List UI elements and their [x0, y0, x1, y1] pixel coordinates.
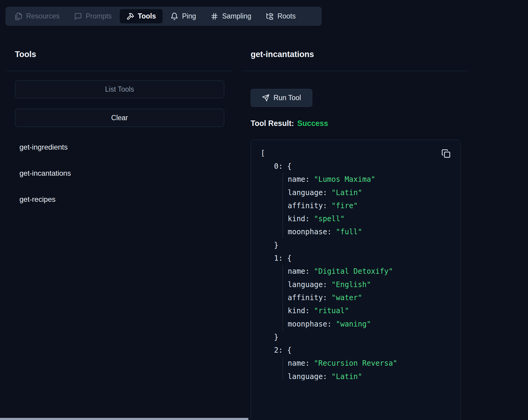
- json-item: 2: { name:"Recursion Reversa" language:"…: [261, 344, 451, 380]
- json-key: name:: [288, 175, 310, 184]
- tools-divider: [6, 71, 233, 71]
- json-value: "water": [331, 293, 362, 302]
- json-field: kind:"spell": [288, 212, 451, 225]
- json-value: "Lumos Maxima": [314, 175, 375, 184]
- folder-tree-icon: [266, 12, 274, 20]
- json-value: "spell": [314, 215, 345, 223]
- json-result-panel: [ 0: { name:"Lumos Maxima" language:"Lat…: [251, 140, 461, 420]
- json-value: "Recursion Reversa": [314, 359, 397, 368]
- tool-item-get-ingredients[interactable]: get-ingredients: [15, 138, 224, 156]
- tab-roots[interactable]: Roots: [259, 9, 302, 23]
- json-key: name:: [288, 267, 310, 276]
- json-item-head: 0: {: [274, 160, 451, 173]
- tab-ping[interactable]: Ping: [164, 9, 203, 23]
- json-field: moonphase:"full": [288, 225, 451, 239]
- json-item-close: }: [274, 330, 451, 344]
- tab-label: Ping: [182, 12, 196, 20]
- json-item-close: }: [274, 239, 451, 252]
- json-open-bracket: [: [261, 147, 451, 160]
- tools-list: get-ingredients get-incantations get-rec…: [15, 138, 224, 208]
- json-field: name:"Recursion Reversa": [288, 357, 451, 370]
- tab-label: Roots: [277, 12, 296, 20]
- json-key: affinity:: [288, 293, 327, 302]
- tool-result-line: Tool Result: Success: [251, 119, 328, 128]
- list-tools-button[interactable]: List Tools: [15, 80, 224, 98]
- horizontal-scrollbar-thumb[interactable]: [0, 418, 249, 420]
- json-value: "Digital Detoxify": [314, 267, 393, 276]
- copy-button[interactable]: [440, 148, 452, 159]
- files-icon: [15, 12, 22, 20]
- tab-label: Resources: [26, 12, 60, 20]
- json-value: "Latin": [331, 188, 362, 197]
- tab-prompts[interactable]: Prompts: [67, 9, 118, 23]
- tool-item-get-incantations[interactable]: get-incantations: [15, 164, 224, 182]
- tools-panel-title: Tools: [15, 50, 36, 59]
- json-item-fields: name:"Recursion Reversa" language:"Latin…: [283, 357, 451, 380]
- json-value: "full": [336, 228, 362, 236]
- json-field: language:"Latin": [288, 370, 451, 380]
- json-field: language:"Latin": [288, 186, 451, 199]
- hammer-icon: [126, 12, 134, 20]
- tab-tools[interactable]: Tools: [120, 9, 163, 23]
- json-value: "ritual": [314, 307, 349, 315]
- tab-resources[interactable]: Resources: [8, 9, 66, 23]
- json-value: "Latin": [331, 372, 362, 380]
- json-key: affinity:: [288, 202, 327, 210]
- json-field: name:"Digital Detoxify": [288, 265, 451, 278]
- run-tool-button[interactable]: Run Tool: [251, 89, 312, 107]
- clear-button[interactable]: Clear: [15, 109, 224, 127]
- json-content[interactable]: [ 0: { name:"Lumos Maxima" language:"Lat…: [261, 147, 451, 380]
- json-field: affinity:"water": [288, 291, 451, 304]
- json-key: kind:: [288, 307, 310, 315]
- json-item-fields: name:"Digital Detoxify" language:"Englis…: [283, 265, 451, 330]
- json-field: affinity:"fire": [288, 199, 451, 212]
- tab-sampling[interactable]: Sampling: [204, 9, 258, 23]
- json-field: moonphase:"waning": [288, 317, 451, 330]
- json-item-fields: name:"Lumos Maxima" language:"Latin" aff…: [283, 173, 451, 239]
- json-field: name:"Lumos Maxima": [288, 173, 451, 186]
- message-square-icon: [74, 12, 82, 20]
- json-key: language:: [288, 372, 327, 380]
- result-divider: [242, 71, 469, 71]
- tab-label: Sampling: [222, 12, 251, 20]
- app-root: Resources Prompts Tools Ping Sampling Ro…: [0, 0, 528, 420]
- tab-label: Prompts: [86, 12, 112, 20]
- json-item: 0: { name:"Lumos Maxima" language:"Latin…: [261, 160, 451, 252]
- json-value: "waning": [336, 320, 371, 328]
- json-key: kind:: [288, 215, 310, 223]
- json-item-head: 2: {: [274, 344, 451, 357]
- run-tool-label: Run Tool: [273, 94, 301, 102]
- copy-icon: [441, 149, 451, 158]
- top-tab-bar: Resources Prompts Tools Ping Sampling Ro…: [5, 7, 322, 26]
- hash-icon: [211, 12, 218, 20]
- json-key: name:: [288, 359, 310, 368]
- result-panel-title: get-incantations: [251, 50, 314, 59]
- json-value: "English": [331, 280, 371, 289]
- json-key: language:: [288, 280, 327, 289]
- json-key: moonphase:: [288, 320, 332, 328]
- json-field: language:"English": [288, 278, 451, 291]
- json-key: language:: [288, 188, 327, 197]
- tool-result-status: Success: [297, 119, 328, 128]
- json-item: 1: { name:"Digital Detoxify" language:"E…: [261, 252, 451, 344]
- send-icon: [262, 94, 269, 102]
- json-value: "fire": [331, 202, 358, 210]
- tool-result-label: Tool Result:: [251, 119, 294, 128]
- json-item-head: 1: {: [274, 252, 451, 265]
- tool-item-get-recipes[interactable]: get-recipes: [15, 190, 224, 208]
- json-key: moonphase:: [288, 228, 332, 236]
- json-field: kind:"ritual": [288, 304, 451, 317]
- tab-label: Tools: [138, 12, 156, 20]
- bell-icon: [170, 12, 178, 20]
